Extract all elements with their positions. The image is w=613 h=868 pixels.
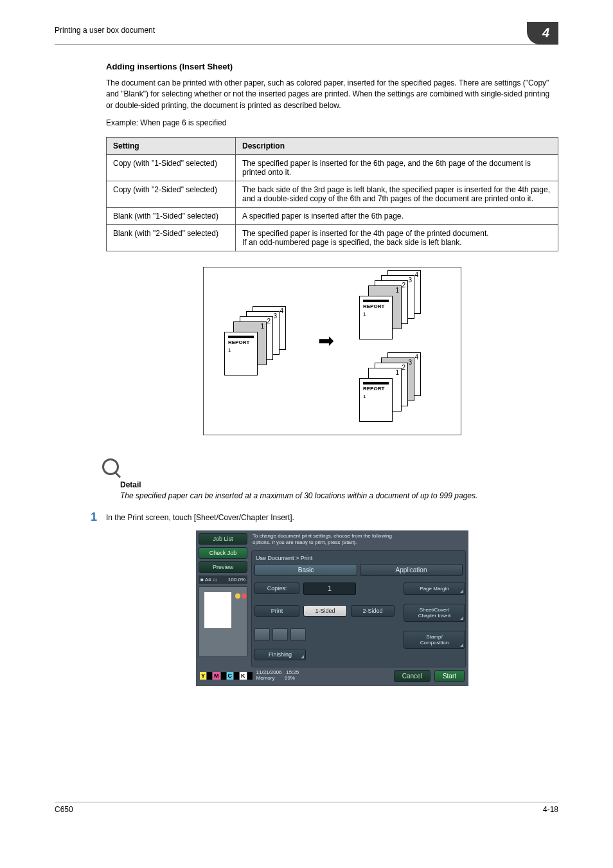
status-text: To change document print settings, choos… <box>251 533 466 548</box>
finishing-icon <box>272 628 288 641</box>
header-section: Printing a user box document <box>55 26 155 37</box>
step-number: 1 <box>85 511 97 524</box>
preview-info: ■ A4 ▭ 100.0% <box>199 575 247 584</box>
detail-text: The specified paper can be inserted at a… <box>120 491 558 502</box>
detail-label: Detail <box>120 480 558 489</box>
table-row: Blank (with "2-Sided" selected)The speci… <box>107 224 558 251</box>
th-description: Description <box>236 137 558 154</box>
breadcrumb: Use Document > Print <box>254 554 463 564</box>
copies-value[interactable]: 1 <box>303 583 356 595</box>
table-row: Blank (with "1-Sided" selected)A specifi… <box>107 207 558 224</box>
stamp-composition-button[interactable]: Stamp/ Composition <box>404 631 465 649</box>
print-label: Print <box>254 605 299 617</box>
settings-table: Setting Description Copy (with "1-Sided"… <box>106 137 558 251</box>
tab-application[interactable]: Application <box>360 564 463 576</box>
cancel-button[interactable]: Cancel <box>394 670 431 682</box>
finishing-icon <box>290 628 306 641</box>
two-sided-button[interactable]: 2-Sided <box>351 605 395 617</box>
example-text: Example: When page 6 is specified <box>106 118 558 129</box>
table-row: Copy (with "1-Sided" selected)The specif… <box>107 154 558 181</box>
datetime-memory: 11/21/2006 15:25 Memory 99% <box>256 670 299 682</box>
step-text: In the Print screen, touch [Sheet/Cover/… <box>106 511 294 524</box>
print-screen-panel: Job List Check Job Preview ■ A4 ▭ 100.0% <box>196 530 468 686</box>
job-list-button[interactable]: Job List <box>199 533 247 545</box>
sheet-cover-chapter-insert-button[interactable]: Sheet/Cover/ Chapter Insert <box>404 604 465 622</box>
th-setting: Setting <box>107 137 236 154</box>
one-sided-button[interactable]: 1-Sided <box>303 605 347 617</box>
check-job-button[interactable]: Check Job <box>199 547 247 559</box>
section-title: Adding insertions (Insert Sheet) <box>106 62 558 71</box>
finishing-icon <box>254 628 270 641</box>
tab-basic[interactable]: Basic <box>254 564 357 576</box>
footer-model: C650 <box>55 805 73 814</box>
chapter-badge: 4 <box>527 22 558 44</box>
page-margin-button[interactable]: Page Margin <box>404 583 465 595</box>
preview-button[interactable]: Preview <box>199 561 247 573</box>
finishing-button[interactable]: Finishing <box>254 649 306 660</box>
detail-icon <box>102 458 119 475</box>
table-row: Copy (with "2-Sided" selected)The back s… <box>107 181 558 207</box>
start-button[interactable]: Start <box>434 670 465 682</box>
intro-text: The document can be printed with other p… <box>106 78 558 111</box>
preview-area <box>199 586 247 657</box>
insert-sheet-diagram: 4 3 2 1 REPORT 1 ➡ 4 3 2 1 REPORT <box>203 267 461 435</box>
footer-page: 4-18 <box>543 805 558 814</box>
copies-label: Copies: <box>254 583 299 594</box>
toner-indicator: YMCK <box>200 672 253 680</box>
